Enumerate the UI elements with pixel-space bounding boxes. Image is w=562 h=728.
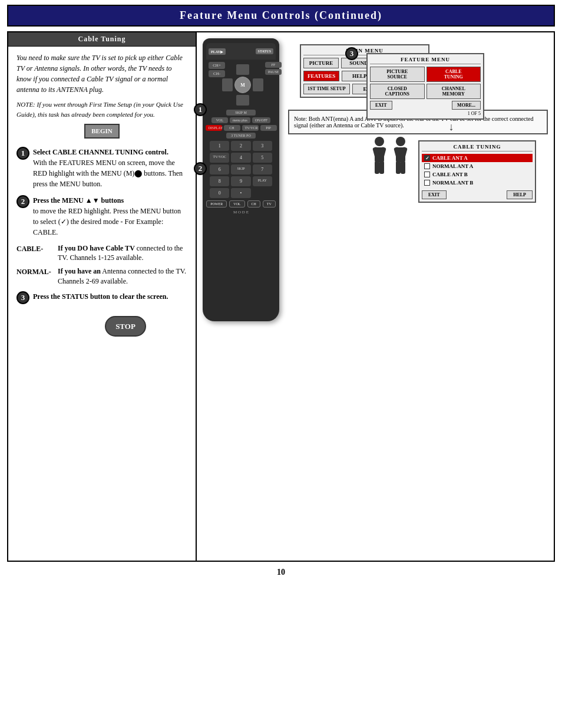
dot-btn: •: [231, 188, 250, 198]
dpad-area: M: [222, 64, 263, 106]
step-3-diagram-area: 3 FEATURE MENU PICTURESOURCE CABLETUNING…: [345, 47, 536, 203]
cable-ant-a-label: CABLE ANT A: [432, 155, 468, 161]
btn-3: 3: [253, 141, 272, 151]
btn-7: 7: [253, 164, 272, 174]
power-btn: POWER: [206, 200, 227, 207]
svg-rect-11: [401, 161, 405, 174]
remote-step-1: 1: [194, 103, 207, 116]
ct-help-btn: HELP: [507, 190, 533, 199]
remote-step-2: 2: [194, 162, 207, 175]
display-btn: DISPLAY: [206, 125, 222, 131]
btn-6: 6: [210, 164, 229, 174]
btn-5: 5: [253, 153, 272, 163]
ff-btn: FF: [265, 62, 282, 68]
feature-menu-title: FEATURE MENU: [370, 57, 481, 64]
status-btn: STATUS: [256, 48, 273, 54]
tv-screen-area: MAIN MENU PICTURE SOUND ····· FEATURES H…: [288, 38, 548, 134]
step-3-row: 3 Press the STATUS button to clear the s…: [16, 291, 187, 304]
cable-tuning-title: CABLE TUNING: [422, 144, 533, 151]
dpad-down: [236, 95, 249, 106]
vol-row: VOL menu plus ON/OFF: [206, 117, 276, 123]
remote-top-bar: PLAY▶ STATUS: [206, 43, 276, 60]
cable-tuning-box: CABLE TUNING ✓ CABLE ANT A NORMAL ANT A: [418, 140, 536, 203]
menu-1st-setup: 1ST TIME SETUP: [303, 84, 350, 94]
skip-row: SKIP M: [206, 110, 276, 116]
ct-exit-btn: EXIT: [422, 190, 447, 199]
pip-btn: PIP: [260, 125, 277, 131]
page-indicator: 1 OF 5: [370, 111, 481, 116]
menu-features: FEATURES: [303, 71, 339, 81]
menu-plus-btn: menu plus: [230, 117, 250, 123]
skip-btn: SKIP M: [226, 110, 256, 116]
svg-rect-10: [396, 161, 401, 174]
btn-4: 4: [231, 153, 250, 163]
vol2-btn: VOL: [229, 200, 244, 207]
step-2-content: Press the MENU ▲▼ buttons to move the RE…: [33, 195, 187, 238]
cable-ant-a-checkbox: ✓: [424, 155, 430, 161]
vol-btn: VOL: [211, 117, 228, 123]
persons-svg: [366, 134, 414, 187]
cable-desc-bold: If you DO have Cable TV: [58, 244, 135, 252]
diagram-area: 1 2 PLAY▶ STATUS CH+ CH-: [203, 38, 548, 321]
normal-ant-a-checkbox: [424, 163, 430, 169]
pause-btn: PAUSE: [265, 69, 282, 75]
fm-cable-tuning: CABLETUNING: [427, 67, 481, 82]
btn-1: 1: [210, 141, 229, 151]
skip2-btn: SKIP: [231, 164, 250, 174]
step-1-details: With the FEATURES MENU on screen, move t…: [33, 157, 187, 189]
dpad-up: [236, 64, 249, 75]
svg-point-6: [396, 137, 405, 146]
play-btn: PLAY▶: [209, 48, 226, 55]
cable-row: CABLE- If you DO have Cable TV connected…: [16, 243, 187, 263]
cable-table: CABLE- If you DO have Cable TV connected…: [16, 243, 187, 286]
step-1-circle: 1: [16, 147, 29, 160]
remote-control: PLAY▶ STATUS CH+ CH-: [203, 38, 279, 321]
step-3-circle: 3: [16, 291, 29, 304]
page-container: Feature Menu Controls (Continued) Cable …: [0, 5, 562, 577]
menu-btn: M: [234, 77, 251, 93]
svg-point-0: [375, 137, 384, 146]
feature-menu-box: FEATURE MENU PICTURESOURCE CABLETUNING C…: [366, 53, 484, 120]
people-silhouettes: [366, 134, 414, 190]
normal-label: NORMAL-: [16, 266, 58, 277]
fm-channel-memory: CHANNELMEMORY: [427, 84, 481, 99]
btn-9: 9: [231, 176, 250, 186]
intro-text: You need to make sure the TV is set to p…: [16, 52, 187, 95]
normal-row: NORMAL- If you have an Antenna connected…: [16, 266, 187, 286]
cable-ant-b-checkbox: [424, 172, 430, 177]
fm-exit: EXIT: [370, 101, 392, 110]
display-row: DISPLAY CH TV/VCR PIP: [206, 125, 276, 131]
dpad-right: [253, 78, 263, 91]
dpad-left: [222, 78, 233, 91]
numpad: 1 2 3 TV/VOC 4 5 6 SKIP 7 8 9 PLAY: [210, 141, 272, 198]
btn-0: 0: [210, 188, 229, 198]
ch2-btn: CH: [247, 200, 260, 207]
section-header: Cable Tuning: [8, 32, 196, 47]
left-text-area: You need to make sure the TV is set to p…: [8, 47, 196, 342]
step-3-text: Press the STATUS button to clear the scr…: [33, 291, 187, 302]
step-2-circle: 2: [16, 195, 29, 208]
normal-ant-a-option: NORMAL ANT A: [422, 162, 533, 170]
remote-wrapper: 1 2 PLAY▶ STATUS CH+ CH-: [203, 38, 279, 321]
cable-label: CABLE-: [16, 243, 58, 254]
arrow-down-icon: ↓: [366, 121, 536, 133]
cable-desc: If you DO have Cable TV connected to the…: [58, 243, 187, 263]
step-3-content: Press the STATUS button to clear the scr…: [33, 291, 187, 302]
page-number: 10: [0, 568, 562, 577]
fm-more: MORE...: [452, 101, 481, 110]
main-content: Cable Tuning You need to make sure the T…: [7, 31, 555, 562]
cable-ant-b-label: CABLE ANT B: [432, 172, 468, 177]
note-text: NOTE: If you went through First Time Set…: [16, 100, 187, 119]
normal-desc-bold: If you have an: [58, 267, 101, 275]
step-1-row: 1 Select CABLE CHANNEL TUNING control. W…: [16, 147, 187, 189]
cable-tuning-footer: EXIT HELP: [422, 190, 533, 199]
tv-vcr-btn: TV/VCR: [242, 125, 259, 131]
normal-ant-b-option: NORMAL ANT B: [422, 179, 533, 187]
tv-voc-btn: TV/VOC: [210, 153, 229, 163]
btn-8: 8: [210, 176, 229, 186]
menu-picture: PICTURE: [303, 58, 339, 68]
diagram-step-3: 3: [345, 47, 358, 60]
step-2-bold: Press the MENU ▲▼ buttons: [33, 195, 187, 206]
step-1-bold: Select CABLE CHANNEL TUNING control.: [33, 147, 187, 157]
normal-desc: If you have an Antenna connected to the …: [58, 266, 187, 286]
